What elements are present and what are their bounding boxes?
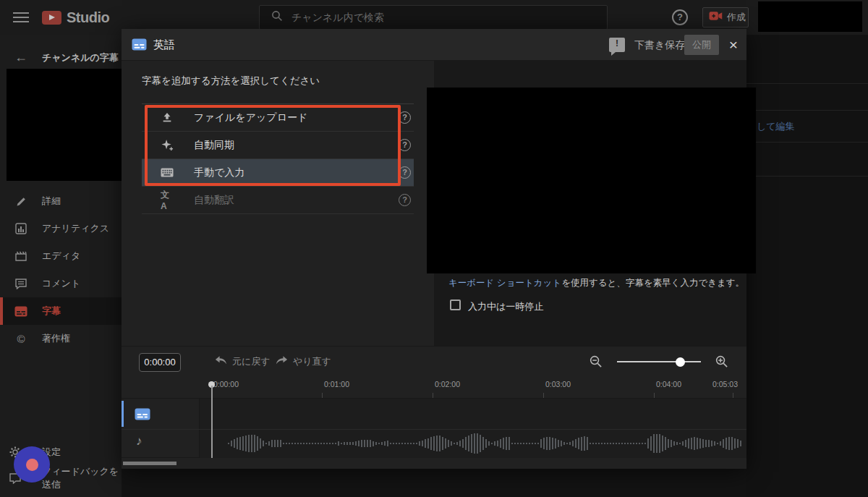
upload-icon xyxy=(161,111,174,124)
topbar-redacted-area xyxy=(758,1,862,32)
method-label: ファイルをアップロード xyxy=(194,111,307,124)
film-icon xyxy=(14,250,27,263)
background-row-divider xyxy=(746,83,868,84)
zoom-out-button[interactable] xyxy=(589,354,603,371)
method-help-button[interactable]: ? xyxy=(399,194,411,206)
method-auto-translate[interactable]: 文A 自動翻訳 ? xyxy=(142,187,414,214)
dialog-title: 英語 xyxy=(153,38,175,52)
pause-checkbox[interactable] xyxy=(450,300,461,310)
background-row-divider xyxy=(746,142,868,143)
background-partial-link: して編集 xyxy=(757,120,795,133)
undo-icon xyxy=(214,355,228,368)
redo-icon xyxy=(275,355,289,368)
sidebar-item-comments[interactable]: コメント xyxy=(0,270,122,297)
ruler-tick-label: 0:03:00 xyxy=(545,380,571,388)
method-type-manually[interactable]: 手動で入力 ? xyxy=(142,159,414,187)
header-feedback-button[interactable]: ! xyxy=(609,38,625,52)
ruler-tick-label: 0:04:00 xyxy=(656,380,681,388)
method-help-button[interactable]: ? xyxy=(399,139,411,151)
logo-play-icon xyxy=(42,11,61,25)
dialog-cc-icon xyxy=(132,38,147,54)
video-preview xyxy=(427,88,756,273)
ruler-tick-label: 0:00:00 xyxy=(213,380,239,388)
search-icon xyxy=(271,10,283,25)
shortcut-link[interactable]: キーボード ショートカット xyxy=(448,278,561,288)
brand-text: Studio xyxy=(67,9,109,26)
audio-waveform xyxy=(228,429,745,458)
sidebar-item-label: エディタ xyxy=(42,250,80,263)
ruler-tick-mark xyxy=(733,393,733,398)
save-draft-button[interactable]: 下書き保存 xyxy=(634,39,685,52)
bar-chart-icon xyxy=(14,222,27,235)
active-item-bar xyxy=(0,297,3,325)
playhead-line xyxy=(211,386,213,458)
create-button[interactable]: 作成 xyxy=(702,7,749,27)
recording-indicator-dot xyxy=(26,459,38,471)
method-help-button[interactable]: ? xyxy=(399,166,411,179)
subtitle-track-icon xyxy=(135,408,150,423)
sidebar: ← チャンネルの字幕 詳細 アナリティクス エディタ コメント xyxy=(0,35,122,497)
zoom-slider[interactable] xyxy=(617,355,701,368)
sidebar-item-copyright[interactable]: © 著作権 xyxy=(0,325,122,352)
subtitles-icon xyxy=(14,305,27,318)
timeline-scrollbar-thumb[interactable] xyxy=(123,462,176,465)
sidebar-item-label: 詳細 xyxy=(42,195,61,208)
undo-button[interactable]: 元に戻す xyxy=(214,355,271,368)
redo-button[interactable]: やり直す xyxy=(275,355,331,368)
publish-button[interactable]: 公開 xyxy=(684,35,719,55)
zoom-slider-thumb[interactable] xyxy=(676,357,685,367)
background-row-divider xyxy=(746,176,868,177)
sidebar-item-details[interactable]: 詳細 xyxy=(0,187,122,215)
audio-track-header[interactable]: ♪ xyxy=(124,429,199,458)
zoom-slider-track xyxy=(617,361,701,362)
shortcut-hint: キーボード ショートカットを使用すると、字幕を素早く入力できます。 xyxy=(448,277,744,289)
comment-icon xyxy=(14,277,27,290)
feedback-exclaim-glyph: ! xyxy=(609,38,625,48)
sidebar-item-editor[interactable]: エディタ xyxy=(0,242,122,270)
ruler-tick-mark xyxy=(543,393,544,398)
background-right-panel: して編集 xyxy=(746,35,868,497)
method-list: ファイルをアップロード ? 自動同期 ? 手動で入力 ? 文A 自動翻訳 xyxy=(142,103,414,214)
back-title: チャンネルの字幕 xyxy=(42,51,119,64)
ruler-tick-mark xyxy=(322,393,323,398)
create-camera-icon xyxy=(709,11,723,24)
sparkle-icon xyxy=(161,139,174,152)
time-display: 0:00:00 xyxy=(139,353,181,372)
sidebar-item-label: フィードバックを送信 xyxy=(42,465,122,491)
dialog-header: 英語 ! 下書き保存 公開 × xyxy=(122,29,746,61)
ruler-tick-label: 0:05:03 xyxy=(712,380,738,388)
sidebar-item-analytics[interactable]: アナリティクス xyxy=(0,215,122,242)
track-header-divider xyxy=(199,399,200,458)
method-label: 自動翻訳 xyxy=(194,194,234,207)
sidebar-item-label: 字幕 xyxy=(42,305,61,318)
search-box xyxy=(259,5,608,30)
playhead[interactable] xyxy=(208,381,216,458)
keyboard-icon xyxy=(161,166,174,179)
video-thumbnail xyxy=(7,69,122,181)
help-button[interactable]: ? xyxy=(672,9,688,25)
search-input[interactable] xyxy=(292,12,566,23)
subtitle-track-header[interactable] xyxy=(124,399,199,429)
studio-logo[interactable]: Studio xyxy=(42,9,109,26)
method-upload-file[interactable]: ファイルをアップロード ? xyxy=(142,104,414,132)
sidebar-item-label: コメント xyxy=(42,277,80,290)
zoom-in-button[interactable] xyxy=(715,354,728,371)
method-help-button[interactable]: ? xyxy=(399,111,411,124)
sidebar-item-label: アナリティクス xyxy=(42,222,109,235)
sidebar-item-subtitles[interactable]: 字幕 xyxy=(0,297,122,325)
dialog-close-button[interactable]: × xyxy=(725,35,742,54)
method-heading: 字幕を追加する方法を選択してください xyxy=(142,75,320,88)
pencil-icon xyxy=(14,195,27,208)
app-root: Studio ? 作成 ← チャンネルの字幕 詳細 xyxy=(0,0,868,497)
hamburger-menu-icon[interactable] xyxy=(13,12,29,22)
timeline-section: 0:00:00 元に戻す やり直す xyxy=(122,346,746,469)
subtitle-track-accent-bar xyxy=(122,401,124,427)
method-label: 手動で入力 xyxy=(194,166,244,179)
back-button[interactable]: ← xyxy=(12,48,30,67)
copyright-icon: © xyxy=(14,332,27,345)
method-auto-sync[interactable]: 自動同期 ? xyxy=(142,132,414,159)
background-row-divider xyxy=(746,110,868,111)
sidebar-item-label: 著作権 xyxy=(42,332,70,345)
undo-label: 元に戻す xyxy=(232,355,271,368)
shortcut-hint-text: を使用すると、字幕を素早く入力できます。 xyxy=(561,278,744,288)
